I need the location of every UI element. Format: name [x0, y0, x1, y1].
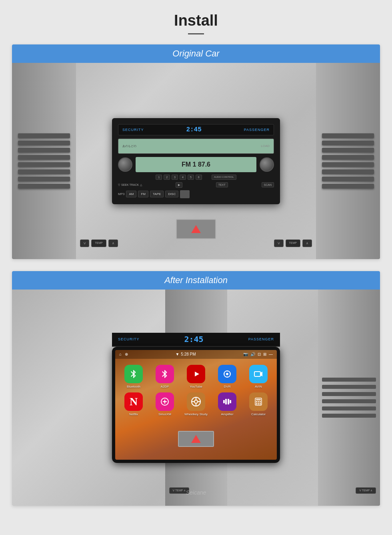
- side-vent-slat: [322, 385, 376, 389]
- radio-display: あのもどの LOAD: [118, 139, 274, 154]
- home-icon[interactable]: ⌂: [119, 352, 122, 356]
- radio-controls-row1: FM 1 87.6: [118, 157, 274, 172]
- side-vent-slat: [322, 414, 376, 418]
- radio-frequency: FM 1 87.6: [182, 161, 210, 168]
- preset-2[interactable]: 2: [164, 175, 170, 180]
- seek-down-icon[interactable]: ▽: [118, 183, 120, 187]
- svg-rect-23: [258, 403, 259, 404]
- vent-slat: [18, 133, 70, 138]
- security-after-label: SECURITY: [118, 337, 140, 341]
- right-side-vents: [318, 290, 380, 506]
- pwr-vol-knob[interactable]: [118, 157, 132, 172]
- seek-track-label: SEEK TRACK: [121, 183, 139, 186]
- vent-slat: [322, 141, 374, 145]
- app-bluetooth[interactable]: Bluetooth: [120, 365, 147, 388]
- right-side-panel: V TEMP ∧: [318, 290, 380, 506]
- status-bar-left: ⌂ ⊕: [119, 352, 128, 356]
- mode-buttons-row: MP3 AM FM TAPE DISC: [118, 190, 274, 198]
- wifi-icon: ⊕: [125, 352, 128, 356]
- svg-rect-20: [258, 401, 259, 402]
- disc-btn[interactable]: DISC: [165, 191, 178, 197]
- preset-4[interactable]: 4: [180, 175, 186, 180]
- screen-icon: ⊡: [258, 352, 261, 356]
- original-car-section: Original Car SECURITY 2:45 PASSENGER あのも…: [12, 44, 380, 259]
- preset-6[interactable]: 6: [196, 175, 202, 180]
- play-btn[interactable]: ▶: [176, 182, 182, 188]
- left-climate-controls: V TEMP ∧: [80, 239, 118, 247]
- radio-time: 2:45: [186, 126, 201, 133]
- svg-point-3: [226, 373, 228, 375]
- vent-slat: [322, 177, 374, 181]
- siriusxm-app-label: SiriusXM: [158, 412, 171, 416]
- title-divider: [188, 33, 204, 34]
- a2dp-app-label: A2DP: [161, 385, 169, 388]
- passenger-after-label: PASSENGER: [248, 337, 274, 341]
- load-label: LOAD: [261, 144, 270, 148]
- preset-1[interactable]: 1: [156, 175, 162, 180]
- after-time-display: 2:45: [184, 334, 203, 344]
- amplifier-app-icon: [218, 392, 236, 411]
- svg-rect-15: [228, 399, 229, 404]
- temp-label-left: TEMP: [91, 239, 106, 247]
- right-side-controls: V TEMP ∧: [356, 487, 376, 494]
- page-title: Install: [0, 0, 392, 33]
- svg-rect-19: [256, 401, 257, 402]
- svg-point-6: [164, 401, 166, 402]
- app-amplifier[interactable]: Amplifier: [214, 392, 241, 416]
- temp-down-btn[interactable]: V: [80, 239, 89, 247]
- vent-slat: [322, 184, 374, 189]
- security-label: SECURITY: [122, 128, 144, 132]
- app-calculator[interactable]: Calculator: [245, 392, 272, 416]
- tune-file-knob[interactable]: [260, 157, 274, 172]
- hazard-button[interactable]: [176, 219, 216, 239]
- audio-control-label: AUDIO CONTROL: [212, 175, 236, 180]
- left-vent: [12, 63, 76, 259]
- right-vent: [316, 63, 380, 259]
- after-hazard-button[interactable]: [178, 431, 214, 447]
- status-bar-center: ▼ 5:28 PM: [175, 352, 196, 356]
- left-control-row: V TEMP ∧: [80, 239, 118, 247]
- status-bar-right: 📷 🔊 ⊡ ⊞ —: [243, 352, 273, 356]
- right-temp-btn[interactable]: V TEMP ∧: [356, 487, 376, 494]
- app-netflix[interactable]: N Netflix: [120, 392, 147, 416]
- app-youtube[interactable]: YouTube: [182, 365, 210, 388]
- temp-up-btn[interactable]: ∧: [108, 239, 118, 247]
- seek-up-icon[interactable]: △: [140, 183, 142, 187]
- eject-icon: [180, 190, 190, 198]
- preset-5[interactable]: 5: [188, 175, 194, 180]
- am-btn[interactable]: AM: [126, 191, 136, 197]
- top-display-bar: SECURITY 2:45 PASSENGER: [112, 333, 280, 347]
- radio-panel: SECURITY 2:45 PASSENGER あのもどの LOAD FM 1 …: [112, 118, 280, 204]
- wheelkey-app-icon: [187, 392, 205, 411]
- app-wheelkey[interactable]: Wheelkey Study: [182, 392, 210, 416]
- dvr-app-label: DVR: [224, 385, 231, 388]
- preset-3[interactable]: 3: [172, 175, 178, 180]
- scan-btn[interactable]: SCAN: [262, 182, 274, 187]
- tape-btn[interactable]: TAPE: [150, 191, 164, 197]
- svg-rect-18: [256, 399, 261, 400]
- side-vent-slat: [322, 378, 376, 382]
- app-avin[interactable]: AVIN: [245, 365, 272, 388]
- right-climate-controls: V TEMP ∧: [274, 239, 312, 247]
- svg-rect-4: [254, 372, 260, 376]
- app-siriusxm[interactable]: SiriusXM: [151, 392, 178, 416]
- android-status-bar: ⌂ ⊕ ▼ 5:28 PM 📷 🔊 ⊡ ⊞ —: [115, 350, 277, 359]
- vent-slat: [18, 177, 70, 181]
- temp-up-btn-right[interactable]: ∧: [302, 239, 312, 247]
- vent-slat: [322, 162, 374, 167]
- signal-icon: ▼: [175, 352, 179, 356]
- back-icon[interactable]: —: [269, 352, 273, 356]
- avin-app-icon: [249, 365, 268, 383]
- app-a2dp[interactable]: A2DP: [151, 365, 178, 388]
- amplifier-app-label: Amplifier: [221, 412, 233, 416]
- app-dvr[interactable]: DVR: [214, 365, 241, 388]
- netflix-app-icon: N: [124, 392, 143, 411]
- seek-track-row: ▽ SEEK TRACK △ ▶ TEXT SCAN: [118, 182, 274, 188]
- text-btn[interactable]: TEXT: [216, 182, 228, 187]
- fm-btn[interactable]: FM: [138, 191, 148, 197]
- temp-label-right: TEMP: [286, 239, 300, 247]
- vent-slat: [322, 169, 374, 174]
- original-car-header: Original Car: [12, 44, 380, 63]
- vent-slat: [18, 155, 70, 160]
- temp-down-btn-right[interactable]: V: [274, 239, 283, 247]
